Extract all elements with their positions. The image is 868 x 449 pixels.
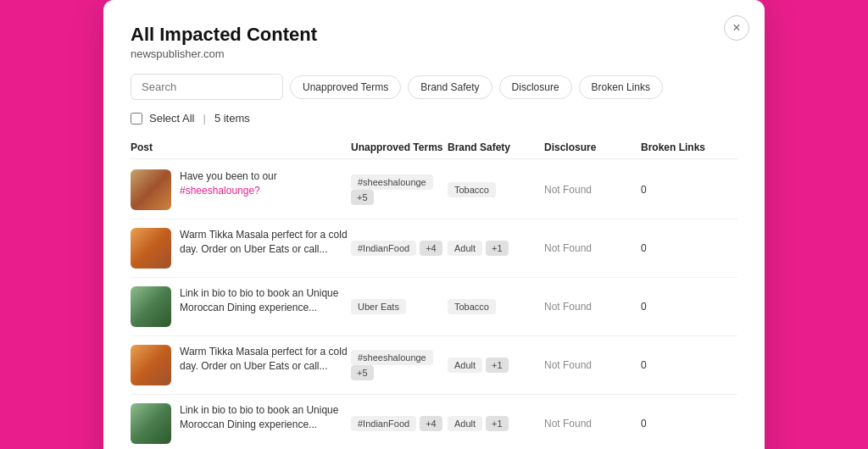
col-post: Post	[131, 141, 351, 153]
col-broken-links: Broken Links	[641, 141, 737, 153]
brand-safety-tag: Tobacco	[448, 182, 496, 197]
brand-safety-cell: Adult+1	[448, 241, 544, 256]
unapproved-count: +5	[351, 190, 374, 205]
post-cell: Have you been to our#sheeshalounge?	[131, 169, 351, 210]
post-image	[131, 169, 171, 210]
select-all-label: Select All	[149, 112, 194, 125]
modal-subtitle: newspublisher.com	[131, 47, 737, 60]
table-row[interactable]: Warm Tikka Masala perfect for a cold day…	[131, 219, 737, 278]
unapproved-count: +4	[420, 241, 442, 256]
divider: |	[203, 112, 205, 125]
table-body: Have you been to our#sheeshalounge? #she…	[131, 161, 737, 449]
brand-safety-count: +1	[486, 241, 509, 256]
post-image	[131, 403, 171, 444]
post-cell: Warm Tikka Masala perfect for a cold day…	[131, 228, 351, 269]
post-cell: Link in bio to bio to book an Unique Mor…	[131, 403, 351, 444]
brand-safety-cell: Adult+1	[448, 358, 544, 373]
post-text: Link in bio to bio to book an Unique Mor…	[180, 403, 351, 432]
brand-safety-tag: Adult	[448, 358, 482, 373]
brand-safety-count: +1	[486, 416, 509, 431]
broken-links-cell: 0	[641, 359, 737, 371]
select-all-checkbox[interactable]	[131, 113, 142, 125]
brand-safety-count: +1	[486, 358, 509, 373]
col-brand-safety: Brand Safety	[448, 141, 544, 153]
items-count: 5 items	[214, 112, 250, 125]
unapproved-tag: #IndianFood	[351, 416, 416, 431]
filter-unapproved-terms[interactable]: Unapproved Terms	[290, 75, 401, 99]
close-button[interactable]: ×	[724, 15, 749, 41]
unapproved-count: +5	[351, 365, 374, 380]
filter-broken-links[interactable]: Broken Links	[579, 75, 663, 99]
col-disclosure: Disclosure	[544, 141, 641, 153]
post-cell: Link in bio to bio to book an Unique Mor…	[131, 286, 351, 327]
table-row[interactable]: Have you been to our#sheeshalounge? #she…	[131, 161, 737, 219]
unapproved-cell: #IndianFood+4	[351, 241, 448, 256]
table-row[interactable]: Link in bio to bio to book an Unique Mor…	[131, 395, 737, 449]
brand-safety-tag: Adult	[448, 416, 482, 431]
unapproved-cell: Uber Eats	[351, 299, 448, 314]
post-image	[131, 345, 171, 385]
post-cell: Warm Tikka Masala perfect for a cold day…	[131, 345, 351, 385]
brand-safety-cell: Adult+1	[448, 416, 544, 431]
select-all-row: Select All | 5 items	[131, 112, 737, 125]
post-text: Link in bio to bio to book an Unique Mor…	[180, 286, 351, 315]
brand-safety-tag: Adult	[448, 241, 482, 256]
disclosure-cell: Not Found	[544, 242, 641, 254]
table-row[interactable]: Link in bio to bio to book an Unique Mor…	[131, 278, 737, 336]
unapproved-tag: Uber Eats	[351, 299, 406, 314]
post-text: Warm Tikka Masala perfect for a cold day…	[180, 345, 351, 374]
disclosure-cell: Not Found	[544, 184, 641, 196]
table-row[interactable]: Warm Tikka Masala perfect for a cold day…	[131, 336, 737, 395]
modal-title: All Impacted Content	[131, 24, 737, 46]
modal: × All Impacted Content newspublisher.com…	[103, 0, 765, 449]
brand-safety-cell: Tobacco	[448, 299, 544, 314]
unapproved-cell: #sheeshalounge+5	[351, 350, 448, 380]
table-header: Post Unapproved Terms Brand Safety Discl…	[131, 136, 737, 159]
unapproved-count: +4	[420, 416, 442, 431]
broken-links-cell: 0	[641, 301, 737, 313]
unapproved-cell: #sheeshalounge+5	[351, 175, 448, 205]
post-image	[131, 286, 171, 327]
post-text: Have you been to our#sheeshalounge?	[180, 169, 277, 198]
post-image	[131, 228, 171, 269]
post-text: Warm Tikka Masala perfect for a cold day…	[180, 228, 351, 257]
col-unapproved: Unapproved Terms	[351, 141, 448, 153]
search-input[interactable]	[131, 74, 283, 100]
disclosure-cell: Not Found	[544, 359, 641, 371]
brand-safety-tag: Tobacco	[448, 299, 496, 314]
toolbar: Unapproved Terms Brand Safety Disclosure…	[131, 74, 737, 100]
filter-disclosure[interactable]: Disclosure	[499, 75, 572, 99]
disclosure-cell: Not Found	[544, 301, 641, 313]
disclosure-cell: Not Found	[544, 418, 641, 430]
brand-safety-cell: Tobacco	[448, 182, 544, 197]
broken-links-cell: 0	[641, 242, 737, 254]
broken-links-cell: 0	[641, 418, 737, 430]
unapproved-tag: #sheeshalounge	[351, 175, 433, 190]
unapproved-tag: #sheeshalounge	[351, 350, 433, 365]
filter-brand-safety[interactable]: Brand Safety	[408, 75, 492, 99]
post-link[interactable]: #sheeshalounge?	[180, 185, 260, 197]
unapproved-cell: #IndianFood+4	[351, 416, 448, 431]
unapproved-tag: #IndianFood	[351, 241, 416, 256]
broken-links-cell: 0	[641, 184, 737, 196]
